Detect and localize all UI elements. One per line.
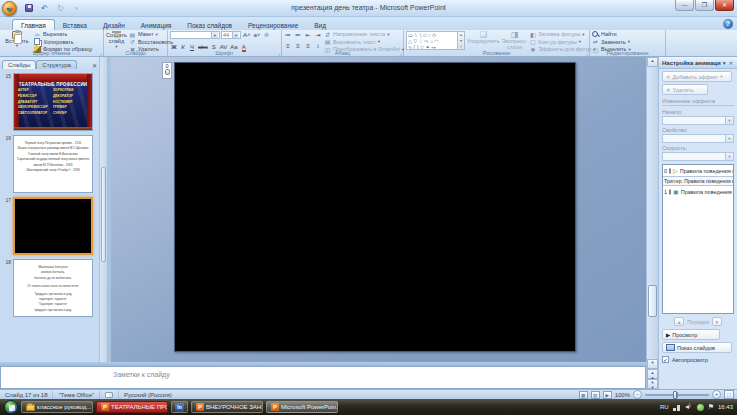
- taskbar-powerpoint-button[interactable]: P Microsoft PowerPoin...: [266, 401, 338, 413]
- taskbar-alert-button[interactable]: P ТЕАТРАЛЬНЫЕ ПРО...: [96, 401, 168, 413]
- notes-pane[interactable]: Заметки к слайду: [0, 366, 646, 389]
- pane-menu-icon[interactable]: ▼: [721, 60, 728, 66]
- tab-animation[interactable]: Анимация: [133, 20, 180, 30]
- reorder-up-icon[interactable]: ▲: [674, 317, 684, 326]
- slideshow-button[interactable]: Показ слайдов: [662, 342, 732, 353]
- align-text-button[interactable]: ▤Выровнять текст▾: [324, 39, 404, 46]
- copy-button[interactable]: Копировать: [34, 39, 92, 46]
- zoom-slider-thumb[interactable]: [673, 391, 677, 399]
- drawing-dialog-launcher[interactable]: ⌟: [586, 50, 588, 56]
- start-button[interactable]: [4, 400, 18, 414]
- clipboard-dialog-launcher[interactable]: ⌟: [100, 50, 102, 56]
- clear-formatting-button[interactable]: ✽: [262, 31, 270, 39]
- shape-fill-button[interactable]: ◧Заливка фигуры▾: [529, 31, 595, 38]
- keyboard-language-indicator[interactable]: RU: [660, 404, 669, 410]
- slides-panel-scroll-thumb[interactable]: [101, 167, 106, 262]
- slide-thumbnail-15[interactable]: 15 ТЕАТРАЛЬНЫЕ ПРОФЕССИИ АКТЁР РЕЖИССЁР …: [0, 73, 99, 131]
- next-slide-button[interactable]: ▼▼: [647, 379, 658, 389]
- taskbar-folder-button[interactable]: классное руковод...: [21, 401, 93, 413]
- tab-insert[interactable]: Вставка: [55, 20, 95, 30]
- layout-button[interactable]: ▤Макет▾: [129, 31, 173, 38]
- shrink-font-button[interactable]: а˅: [253, 31, 262, 39]
- start-combo[interactable]: ▾: [662, 116, 734, 125]
- font-dialog-launcher[interactable]: ⌟: [278, 50, 280, 56]
- network-icon[interactable]: [673, 403, 681, 411]
- zoom-in-button[interactable]: +: [712, 390, 721, 399]
- reorder-down-icon[interactable]: ▼: [712, 317, 722, 326]
- help-icon[interactable]: ?: [723, 19, 733, 29]
- zoom-out-button[interactable]: −: [633, 390, 642, 399]
- animation-item-0[interactable]: 0 ▷ Правила поведения в ...: [663, 165, 733, 176]
- slide-sorter-button[interactable]: ▥: [591, 391, 600, 399]
- taskbar-app-button[interactable]: In: [171, 401, 188, 413]
- paste-button[interactable]: Вставить ▾: [2, 31, 32, 49]
- restore-button[interactable]: ❐: [695, 0, 714, 11]
- increase-indent-button[interactable]: ⇥: [314, 31, 322, 39]
- zoom-level[interactable]: 100%: [615, 392, 630, 398]
- align-left-button[interactable]: ≡: [284, 42, 292, 50]
- grow-font-button[interactable]: А˄: [242, 31, 252, 39]
- quick-styles-button[interactable]: ◨ Экспресс-стили: [502, 31, 528, 49]
- clock[interactable]: 16:43: [718, 404, 733, 410]
- spellcheck-indicator[interactable]: [100, 391, 119, 399]
- zoom-slider[interactable]: [645, 394, 709, 396]
- tab-outline[interactable]: Структура: [36, 60, 76, 69]
- tab-design[interactable]: Дизайн: [95, 20, 133, 30]
- tab-home[interactable]: Главная: [12, 19, 55, 30]
- align-right-button[interactable]: ≡: [304, 42, 312, 50]
- animation-list[interactable]: 0 ▷ Правила поведения в ... Триггер: Пра…: [662, 164, 734, 314]
- line-spacing-button[interactable]: ↕: [314, 42, 322, 50]
- play-button[interactable]: ▶ Просмотр: [662, 329, 720, 340]
- scroll-down-icon[interactable]: ▼: [647, 359, 658, 369]
- bullets-button[interactable]: ≔: [284, 31, 292, 39]
- autopreview-checkbox[interactable]: ✓ Автопросмотр: [662, 356, 734, 363]
- slide-thumbnail-18[interactable]: 18 Маленькая болтунья молоко болтала, бо…: [0, 259, 99, 317]
- minimize-button[interactable]: —: [675, 0, 694, 11]
- text-direction-button[interactable]: ⇵Направление текста▾: [324, 31, 404, 38]
- previous-slide-button[interactable]: ▲▲: [647, 369, 658, 379]
- align-center-button[interactable]: ≡: [294, 42, 302, 50]
- volume-icon[interactable]: [685, 403, 693, 411]
- reset-button[interactable]: ↺Восстановить: [129, 39, 173, 46]
- action-center-flag-icon[interactable]: ⚑: [708, 403, 714, 411]
- animation-item-1[interactable]: 1 ▣ Правила поведения в ...: [663, 186, 733, 197]
- main-scroll-thumb[interactable]: [648, 285, 657, 317]
- tab-slides[interactable]: Слайды: [2, 60, 36, 69]
- slide-thumbnail-16[interactable]: 16 Первый театр Петровских времён - 1702…: [0, 135, 99, 193]
- slides-panel-scrollbar[interactable]: [100, 57, 108, 362]
- slide-canvas[interactable]: [174, 62, 576, 352]
- replace-button[interactable]: ⇄Заменить▾: [592, 39, 631, 46]
- close-button[interactable]: ✕: [715, 0, 734, 11]
- antivirus-icon[interactable]: [697, 404, 704, 411]
- shapes-scrollbar[interactable]: ▴▾≡: [458, 31, 465, 50]
- shape-outline-button[interactable]: ▢Контур фигуры▾: [529, 39, 595, 46]
- remove-effect-button[interactable]: ✕ Удалить: [662, 84, 708, 95]
- slide-thumbnail-17[interactable]: 17: [0, 197, 99, 255]
- cut-button[interactable]: ✂Вырезать: [34, 31, 92, 38]
- tab-slideshow[interactable]: Показ слайдов: [179, 20, 240, 30]
- scroll-up-icon[interactable]: ▲: [647, 57, 658, 67]
- normal-view-button[interactable]: ▦: [579, 391, 588, 399]
- paragraph-dialog-launcher[interactable]: ⌟: [400, 50, 402, 56]
- decrease-indent-button[interactable]: ⇤: [304, 31, 312, 39]
- add-effect-button[interactable]: ✶ Добавить эффект▾: [662, 71, 732, 82]
- speed-combo[interactable]: ▾: [662, 152, 734, 161]
- panel-close-icon[interactable]: ✕: [92, 62, 97, 69]
- theme-name[interactable]: "Тема Office": [53, 391, 100, 399]
- slide-counter[interactable]: Слайд 17 из 18: [0, 391, 53, 399]
- language-indicator[interactable]: Русский (Россия): [119, 391, 177, 399]
- font-size-combo[interactable]: 44▾: [221, 31, 241, 39]
- new-slide-button[interactable]: Создать слайд ▾: [106, 31, 127, 49]
- taskbar-presentation2-button[interactable]: P ВНЕУРОЧНОЕ ЗАНЯ...: [191, 401, 263, 413]
- main-scrollbar[interactable]: ▲ ▼ ▲▲ ▼▼: [646, 57, 657, 389]
- tab-review[interactable]: Рецензирование: [240, 20, 306, 30]
- animation-trigger-marker[interactable]: 0: [162, 62, 172, 79]
- pane-close-icon[interactable]: ✕: [728, 60, 734, 66]
- slideshow-view-button[interactable]: ▶: [603, 391, 612, 399]
- tab-view[interactable]: Вид: [306, 20, 334, 30]
- shapes-gallery[interactable]: ▭ ∖ ∖ □ ○ ◇ △ ▽ ♢ ⇨ ⌂ ◠ ∿ ( ) ☆ ✦ ↝: [406, 31, 458, 50]
- property-combo[interactable]: ▾: [662, 134, 734, 143]
- arrange-button[interactable]: ❏ Упорядочить: [467, 31, 500, 49]
- numbering-button[interactable]: ≕: [294, 31, 302, 39]
- fit-to-window-button[interactable]: ⛶: [724, 390, 734, 399]
